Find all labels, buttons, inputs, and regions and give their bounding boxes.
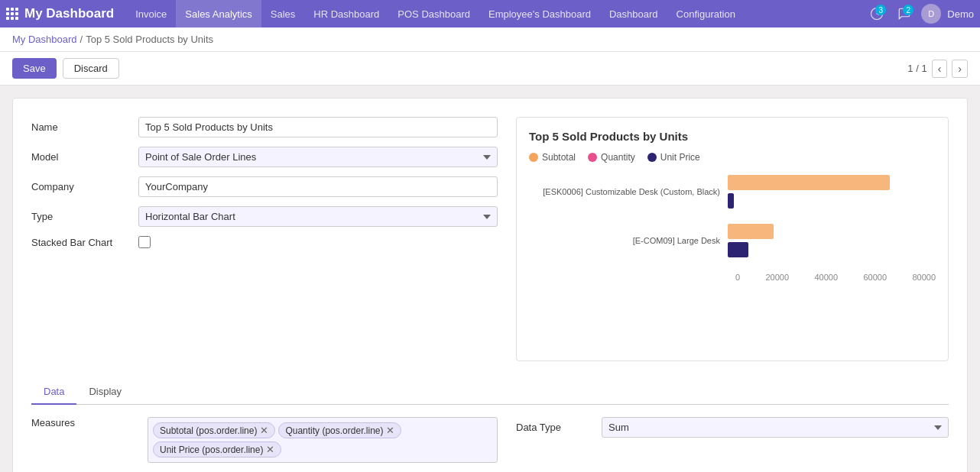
user-label: Demo bbox=[947, 8, 974, 20]
save-button[interactable]: Save bbox=[12, 58, 57, 79]
data-type-label: Data Type bbox=[516, 422, 592, 433]
pagination-next[interactable]: › bbox=[952, 60, 968, 78]
legend-label-unitprice: Unit Price bbox=[660, 152, 700, 163]
action-buttons: Save Discard bbox=[12, 58, 119, 79]
name-row: Name bbox=[31, 117, 498, 137]
avatar[interactable]: D bbox=[921, 4, 941, 24]
bottom-section: Measures Subtotal (pos.order.line) ✕ Qua… bbox=[31, 417, 949, 463]
xaxis-1: 20000 bbox=[766, 273, 790, 282]
data-type-row: Data Type Sum bbox=[516, 417, 949, 438]
bar-subtotal-1 bbox=[728, 175, 890, 190]
bars-container-2 bbox=[728, 224, 936, 257]
main-card: Name Model Point of Sale Order Lines Com… bbox=[12, 98, 968, 472]
company-row: Company YourCompany bbox=[31, 176, 498, 197]
stacked-row: Stacked Bar Chart bbox=[31, 236, 498, 248]
pagination: 1 / 1 ‹ › bbox=[907, 60, 968, 78]
tag-unitprice-remove[interactable]: ✕ bbox=[266, 444, 274, 455]
tag-subtotal-remove[interactable]: ✕ bbox=[260, 425, 268, 436]
measures-section: Measures Subtotal (pos.order.line) ✕ Qua… bbox=[31, 417, 498, 463]
tag-quantity[interactable]: Quantity (pos.order.line) ✕ bbox=[278, 422, 401, 438]
grid-icon bbox=[6, 8, 18, 20]
tag-subtotal-text: Subtotal (pos.order.line) bbox=[160, 425, 257, 436]
bar-subtotal-2 bbox=[728, 224, 774, 239]
top-navigation: My Dashboard Invoice Sales Analytics Sal… bbox=[0, 0, 980, 27]
legend-dot-quantity bbox=[588, 153, 597, 162]
app-logo[interactable]: My Dashboard bbox=[6, 6, 114, 21]
tag-unitprice[interactable]: Unit Price (pos.order.line) ✕ bbox=[153, 441, 281, 457]
tag-subtotal[interactable]: Subtotal (pos.order.line) ✕ bbox=[153, 422, 275, 438]
tag-quantity-text: Quantity (pos.order.line) bbox=[285, 425, 383, 436]
measures-label: Measures bbox=[31, 417, 138, 428]
action-bar: Save Discard 1 / 1 ‹ › bbox=[0, 52, 980, 86]
company-label: Company bbox=[31, 181, 138, 192]
legend-label-quantity: Quantity bbox=[601, 152, 635, 163]
pagination-prev[interactable]: ‹ bbox=[932, 60, 948, 78]
tag-quantity-remove[interactable]: ✕ bbox=[386, 425, 394, 436]
form-section: Name Model Point of Sale Order Lines Com… bbox=[31, 117, 498, 361]
chart-bars: [ESK0006] Customizable Desk (Custom, Bla… bbox=[529, 175, 936, 257]
nav-dashboard[interactable]: Dashboard bbox=[600, 0, 667, 27]
nav-employee-dashboard[interactable]: Employee's Dashboard bbox=[479, 0, 600, 27]
chart-xaxis: 0 20000 40000 60000 80000 bbox=[529, 273, 936, 282]
measures-tags[interactable]: Subtotal (pos.order.line) ✕ Quantity (po… bbox=[148, 417, 498, 463]
main-content: Name Model Point of Sale Order Lines Com… bbox=[0, 86, 980, 472]
xaxis-2: 40000 bbox=[814, 273, 838, 282]
xaxis-4: 80000 bbox=[912, 273, 936, 282]
nav-invoice[interactable]: Invoice bbox=[126, 0, 176, 27]
legend-dot-unitprice bbox=[647, 153, 657, 162]
breadcrumb-parent[interactable]: My Dashboard bbox=[12, 34, 77, 45]
legend-quantity: Quantity bbox=[588, 152, 635, 163]
clock-badge[interactable]: 3 bbox=[866, 3, 888, 24]
type-row: Type Horizontal Bar Chart bbox=[31, 206, 498, 227]
data-type-section: Data Type Sum bbox=[516, 417, 949, 463]
stacked-label: Stacked Bar Chart bbox=[31, 237, 138, 248]
tab-data[interactable]: Data bbox=[31, 380, 76, 405]
chart-legend: Subtotal Quantity Unit Price bbox=[529, 152, 936, 163]
stacked-checkbox[interactable] bbox=[138, 236, 151, 248]
clock-badge-count: 3 bbox=[875, 5, 886, 15]
model-row: Model Point of Sale Order Lines bbox=[31, 147, 498, 167]
tabs-row: Data Display bbox=[31, 380, 949, 405]
pagination-text: 1 / 1 bbox=[907, 63, 926, 74]
xaxis-3: 60000 bbox=[863, 273, 887, 282]
data-type-select[interactable]: Sum bbox=[602, 417, 949, 438]
chart-title: Top 5 Sold Products by Units bbox=[529, 130, 936, 143]
legend-dot-subtotal bbox=[529, 153, 538, 162]
model-label: Model bbox=[31, 151, 138, 163]
bar-group-1: [ESK0006] Customizable Desk (Custom, Bla… bbox=[529, 175, 936, 209]
tag-unitprice-text: Unit Price (pos.order.line) bbox=[160, 445, 263, 455]
app-title: My Dashboard bbox=[24, 6, 114, 21]
stacked-checkbox-wrapper bbox=[138, 236, 151, 248]
breadcrumb-current: Top 5 Sold Products by Units bbox=[86, 34, 213, 45]
name-label: Name bbox=[31, 121, 138, 133]
nav-hr-dashboard[interactable]: HR Dashboard bbox=[304, 0, 388, 27]
nav-sales-analytics[interactable]: Sales Analytics bbox=[176, 0, 261, 27]
nav-sales[interactable]: Sales bbox=[261, 0, 305, 27]
nav-menu: Invoice Sales Analytics Sales HR Dashboa… bbox=[126, 0, 866, 27]
nav-configuration[interactable]: Configuration bbox=[667, 0, 745, 27]
bar-label-1: [ESK0006] Customizable Desk (Custom, Bla… bbox=[529, 187, 728, 196]
discard-button[interactable]: Discard bbox=[63, 58, 119, 79]
bar-group-2: [E-COM09] Large Desk bbox=[529, 224, 936, 257]
bar-unitprice-2 bbox=[728, 242, 748, 257]
bar-label-2: [E-COM09] Large Desk bbox=[529, 236, 728, 245]
chat-badge-count: 2 bbox=[903, 5, 913, 15]
name-input[interactable] bbox=[138, 117, 498, 137]
breadcrumb: My Dashboard / Top 5 Sold Products by Un… bbox=[0, 27, 980, 52]
legend-unitprice: Unit Price bbox=[647, 152, 700, 163]
type-select[interactable]: Horizontal Bar Chart bbox=[138, 206, 498, 227]
model-select[interactable]: Point of Sale Order Lines bbox=[138, 147, 498, 167]
nav-pos-dashboard[interactable]: POS Dashboard bbox=[388, 0, 479, 27]
tab-display[interactable]: Display bbox=[76, 380, 134, 405]
chat-badge[interactable]: 2 bbox=[894, 3, 915, 24]
nav-right: 3 2 D Demo bbox=[866, 3, 974, 24]
bars-container-1 bbox=[728, 175, 936, 209]
company-select[interactable]: YourCompany bbox=[138, 176, 498, 197]
form-chart-row: Name Model Point of Sale Order Lines Com… bbox=[31, 117, 949, 361]
breadcrumb-separator: / bbox=[80, 34, 83, 45]
legend-label-subtotal: Subtotal bbox=[542, 152, 576, 163]
type-label: Type bbox=[31, 211, 138, 222]
xaxis-0: 0 bbox=[735, 273, 740, 282]
bar-unitprice-1 bbox=[728, 193, 734, 209]
chart-section: Top 5 Sold Products by Units Subtotal Qu… bbox=[516, 117, 949, 361]
